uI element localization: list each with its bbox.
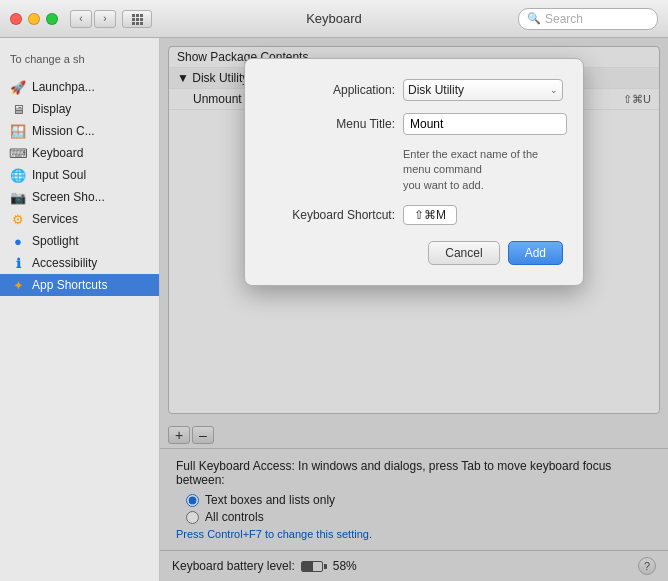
screenshot-icon: 📷	[10, 189, 26, 205]
sidebar-item-label: Accessibility	[32, 256, 97, 270]
keyboard-icon: ⌨	[10, 145, 26, 161]
search-icon: 🔍	[527, 12, 541, 25]
svg-rect-2	[140, 14, 143, 17]
main-content: To change a sh 🚀 Launchpa... 🖥 Display 🪟…	[0, 38, 668, 581]
sidebar: To change a sh 🚀 Launchpa... 🖥 Display 🪟…	[0, 38, 160, 581]
sidebar-item-label: App Shortcuts	[32, 278, 107, 292]
sidebar-item-display[interactable]: 🖥 Display	[0, 98, 159, 120]
sidebar-info-text: To change a sh	[0, 46, 159, 76]
sidebar-item-accessibility[interactable]: ℹ Accessibility	[0, 252, 159, 274]
cancel-button[interactable]: Cancel	[428, 241, 499, 265]
sidebar-item-label: Screen Sho...	[32, 190, 105, 204]
shortcut-label: Keyboard Shortcut:	[265, 208, 395, 222]
display-icon: 🖥	[10, 101, 26, 117]
launchpad-icon: 🚀	[10, 79, 26, 95]
sidebar-item-spotlight[interactable]: ● Spotlight	[0, 230, 159, 252]
grid-button[interactable]	[122, 10, 152, 28]
search-placeholder: Search	[545, 12, 583, 26]
svg-rect-1	[136, 14, 139, 17]
sidebar-item-label: Services	[32, 212, 78, 226]
shortcut-row: Keyboard Shortcut: ⇧⌘M	[265, 205, 563, 225]
nav-arrows: ‹ ›	[70, 10, 116, 28]
application-label: Application:	[265, 83, 395, 97]
application-select[interactable]: Disk Utility ⌄	[403, 79, 563, 101]
traffic-lights	[10, 13, 58, 25]
back-button[interactable]: ‹	[70, 10, 92, 28]
chevron-down-icon: ⌄	[550, 85, 558, 95]
add-shortcut-dialog: Application: Disk Utility ⌄ Menu Title: …	[244, 58, 584, 286]
sidebar-item-mission[interactable]: 🪟 Mission C...	[0, 120, 159, 142]
sidebar-item-label: Launchpa...	[32, 80, 95, 94]
mission-icon: 🪟	[10, 123, 26, 139]
sidebar-item-launchpad[interactable]: 🚀 Launchpa...	[0, 76, 159, 98]
minimize-button[interactable]	[28, 13, 40, 25]
svg-rect-4	[136, 18, 139, 21]
sidebar-item-label: Input Soul	[32, 168, 86, 182]
shortcut-input[interactable]: ⇧⌘M	[403, 205, 457, 225]
window-title: Keyboard	[306, 11, 362, 26]
forward-button[interactable]: ›	[94, 10, 116, 28]
sidebar-item-label: Display	[32, 102, 71, 116]
svg-rect-6	[132, 22, 135, 25]
accessibility-icon: ℹ	[10, 255, 26, 271]
application-row: Application: Disk Utility ⌄	[265, 79, 563, 101]
svg-rect-0	[132, 14, 135, 17]
sidebar-item-appshortcuts[interactable]: ✦ App Shortcuts	[0, 274, 159, 296]
shortcut-value: ⇧⌘M	[414, 208, 446, 222]
sidebar-item-keyboard[interactable]: ⌨ Keyboard	[0, 142, 159, 164]
inputsoul-icon: 🌐	[10, 167, 26, 183]
sidebar-item-label: Keyboard	[32, 146, 83, 160]
svg-rect-8	[140, 22, 143, 25]
svg-rect-3	[132, 18, 135, 21]
dialog-hint: Enter the exact name of the menu command…	[403, 147, 563, 193]
maximize-button[interactable]	[46, 13, 58, 25]
dialog-buttons: Cancel Add	[265, 241, 563, 265]
sidebar-item-screenshots[interactable]: 📷 Screen Sho...	[0, 186, 159, 208]
sidebar-item-inputsoul[interactable]: 🌐 Input Soul	[0, 164, 159, 186]
appshortcuts-icon: ✦	[10, 277, 26, 293]
menu-title-label: Menu Title:	[265, 117, 395, 131]
search-box[interactable]: 🔍 Search	[518, 8, 658, 30]
spotlight-icon: ●	[10, 233, 26, 249]
menu-title-row: Menu Title:	[265, 113, 563, 135]
titlebar: ‹ › Keyboard 🔍 Search	[0, 0, 668, 38]
dialog-overlay: Application: Disk Utility ⌄ Menu Title: …	[160, 38, 668, 581]
menu-title-input[interactable]	[403, 113, 567, 135]
right-panel: Show Package Contents ▼ Disk Utility Unm…	[160, 38, 668, 581]
add-button[interactable]: Add	[508, 241, 563, 265]
application-value: Disk Utility	[408, 83, 464, 97]
services-icon: ⚙	[10, 211, 26, 227]
sidebar-item-label: Mission C...	[32, 124, 95, 138]
close-button[interactable]	[10, 13, 22, 25]
sidebar-item-services[interactable]: ⚙ Services	[0, 208, 159, 230]
sidebar-item-label: Spotlight	[32, 234, 79, 248]
svg-rect-5	[140, 18, 143, 21]
svg-rect-7	[136, 22, 139, 25]
